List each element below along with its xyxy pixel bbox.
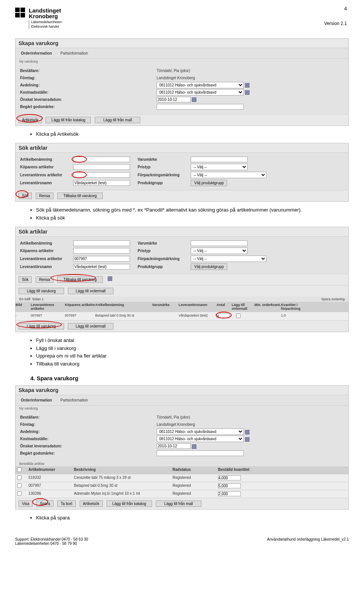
checkbox-select-all[interactable] xyxy=(17,467,22,472)
label-foretag: Företag: xyxy=(20,76,81,80)
artikelsok-button[interactable]: Artikelsök xyxy=(80,500,103,507)
select-pristyp[interactable]: -- Välj -- xyxy=(191,164,248,170)
input-leveransdatum[interactable] xyxy=(157,97,191,102)
calendar-icon[interactable] xyxy=(192,97,196,102)
group-bestallda-artiklar: Beställda artiklar xyxy=(16,461,348,466)
input-koparens-artikelnr[interactable] xyxy=(73,164,130,170)
refresh-icon[interactable] xyxy=(108,276,112,281)
cell-art: 518332 xyxy=(28,475,74,481)
lagg-till-ordermall-button[interactable]: Lägg till ordermall xyxy=(68,288,113,294)
bullet-item: Sök på läkemedelsnamn, sökning görs med … xyxy=(36,206,349,214)
input-koparens-artikelnr[interactable] xyxy=(73,248,130,254)
valj-produktgrupp-button[interactable]: Välj produktgrupp xyxy=(191,264,227,270)
lagg-till-fran-mall-button[interactable]: Lägg till från mall xyxy=(156,500,201,507)
tab-orderinformation[interactable]: Orderinformation xyxy=(19,397,53,403)
value-foretag: Landstinget Kronoberg xyxy=(157,422,195,427)
brand-line2: Kronoberg xyxy=(29,13,62,19)
select-kostnadsstalle[interactable]: 0811012 Hälso- och sjukvårdsavd xyxy=(157,436,244,442)
input-varumarke[interactable] xyxy=(191,157,248,162)
value-bestallare: Törndahl, Pia (pitor) xyxy=(157,415,190,419)
tillbaka-till-varukorg-button[interactable]: Tillbaka till varukorg xyxy=(57,193,103,199)
lagg-till-varukorg-button[interactable]: Lägg till varukorg xyxy=(19,288,64,294)
lookup-icon[interactable] xyxy=(245,83,249,88)
page-footer: Support: Elektroniskhandel 0470 - 58 63 … xyxy=(15,537,349,546)
label-leveransdatum: Önskat leveransdatum: xyxy=(20,97,81,102)
select-avdelning[interactable]: 0811012 Hälso- och sjukvårdsavd xyxy=(157,82,244,88)
col-kvant-forpack: Kvantitet i förpackning xyxy=(281,303,311,311)
checkbox-row[interactable] xyxy=(17,491,22,496)
input-artikelbenamning[interactable] xyxy=(73,240,130,246)
table-row: 518332 Cerazette tabl 75 mikrog 3 x 28 s… xyxy=(16,474,348,482)
input-leveransdatum[interactable] xyxy=(157,443,191,449)
lagg-till-fran-katalog-button[interactable]: Lägg till från katalog xyxy=(46,117,91,123)
sok-button[interactable]: Sök xyxy=(19,193,32,199)
lookup-icon[interactable] xyxy=(245,437,249,442)
select-pristyp[interactable]: -- Välj -- xyxy=(191,248,248,254)
label-produktgrupp: Produktgrupp xyxy=(138,181,191,185)
visa-button[interactable]: Visa xyxy=(19,500,33,507)
lagg-till-varukorg-button[interactable]: Lägg till varukorg xyxy=(19,323,64,329)
input-artikelbenamning[interactable] xyxy=(73,157,130,162)
col-varumarke: Varumärke xyxy=(152,303,179,311)
cell-lev-art: 007997 xyxy=(31,314,65,319)
label-leverantorens: Leverantörens artikelnr xyxy=(20,257,73,261)
input-godsmarke[interactable] xyxy=(157,104,244,110)
tab-orderinformation[interactable]: Orderinformation xyxy=(19,50,53,56)
artikelsok-button[interactable]: Artikelsök xyxy=(19,117,42,123)
col-beskrivning: Beskrivning xyxy=(74,467,173,473)
input-varumarke[interactable] xyxy=(191,240,248,246)
bullet-item: Fyll i önskat antal xyxy=(36,337,349,345)
cell-rad: Registered xyxy=(173,491,218,497)
tab-partsinformation[interactable]: Partsinformation xyxy=(59,397,89,403)
input-antal[interactable] xyxy=(217,314,230,318)
rensa-button[interactable]: Rensa xyxy=(36,193,53,199)
cell-art: 130286 xyxy=(28,491,74,497)
sok-button[interactable]: Sök xyxy=(19,276,32,283)
select-forpackningsmarkning[interactable]: -- Välj -- xyxy=(191,256,267,262)
cell-min-order xyxy=(254,314,281,319)
tabort-button[interactable]: Ta bort xyxy=(57,500,76,507)
page-number: 4 xyxy=(344,6,347,11)
input-leverantorens-artikelnr[interactable] xyxy=(73,172,130,178)
input-kvantitet[interactable] xyxy=(218,483,241,488)
subheader-1: Läkemedelsenheten xyxy=(31,20,62,25)
lagg-till-ordermall-button[interactable]: Lägg till ordermall xyxy=(68,323,113,329)
label-leverantorsnamn: Leverantörsnamn xyxy=(20,181,73,185)
calendar-icon[interactable] xyxy=(192,444,196,449)
lagg-till-fran-mall-button[interactable]: Lägg till från mall xyxy=(95,117,140,123)
label-koparens: Köparens artikelnr xyxy=(20,165,73,169)
skapa-varukorg-panel-2: Skapa varukorg Orderinformation Partsinf… xyxy=(15,385,349,510)
lagg-till-fran-katalog-button[interactable]: Lägg till från katalog xyxy=(107,500,152,507)
select-kostnadsstalle[interactable]: 0811012 Hälso- och sjukvårdsavd xyxy=(157,89,244,96)
lookup-icon[interactable] xyxy=(245,430,249,434)
rensa-button[interactable]: Rensa xyxy=(36,276,53,283)
col-bestalld-kvantitet: Beställd kvantitet xyxy=(218,467,267,473)
select-forpackningsmarkning[interactable]: -- Välj -- xyxy=(191,172,267,178)
tab-partsinformation[interactable]: Partsinformation xyxy=(59,50,89,56)
input-kvantitet[interactable] xyxy=(218,491,241,496)
valj-produktgrupp-button[interactable]: Välj produktgrupp xyxy=(191,180,227,186)
lookup-icon[interactable] xyxy=(245,90,249,95)
input-leverantorsnamn[interactable] xyxy=(73,180,130,186)
label-bestallare: Beställare: xyxy=(20,69,81,73)
bullet-item: Klicka på sök xyxy=(36,214,349,222)
label-forpackningsmarkning: Förpackningsmärkning xyxy=(138,257,191,261)
input-godsmarke[interactable] xyxy=(157,450,244,456)
bullet-list-1: Klicka på Artikelsök xyxy=(36,130,349,138)
col-benamning: Artikelbenämning xyxy=(95,303,152,311)
panel-title: Skapa varukorg xyxy=(16,39,348,48)
input-kvantitet[interactable] xyxy=(218,475,241,480)
input-leverantorens-artikelnr[interactable] xyxy=(73,256,130,262)
tillbaka-till-varukorg-button[interactable]: Tillbaka till varukorg xyxy=(57,276,103,283)
checkbox-row[interactable] xyxy=(17,475,22,480)
select-avdelning[interactable]: 0811012 Hälso- och sjukvårdsavd xyxy=(157,428,244,435)
col-bild: Bild xyxy=(16,303,31,311)
bullet-list-4: Klicka på spara xyxy=(36,514,349,522)
checkbox-ordermall[interactable] xyxy=(232,314,245,318)
spara-button[interactable]: Spara xyxy=(36,500,53,507)
sort-link[interactable]: Spara sortering xyxy=(321,297,345,301)
input-leverantorsnamn[interactable] xyxy=(73,264,130,270)
label-avdelning: Avdelning: xyxy=(20,83,81,87)
footer-support-1: Support: Elektroniskhandel 0470 - 58 63 … xyxy=(15,537,88,541)
checkbox-row[interactable] xyxy=(17,483,22,488)
